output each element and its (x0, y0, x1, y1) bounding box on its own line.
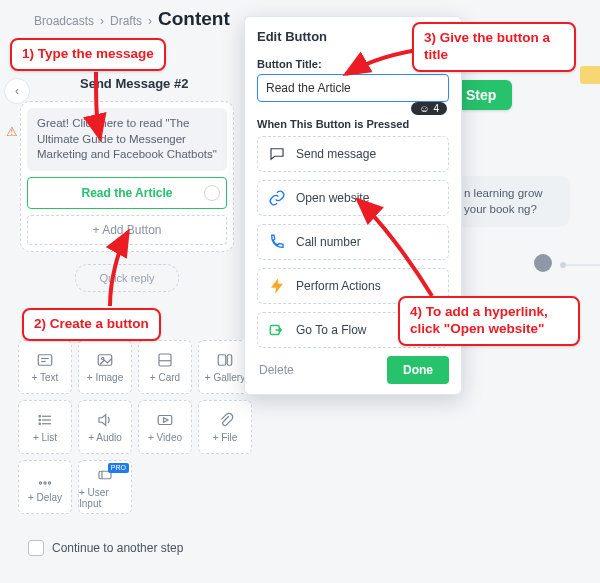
block-palette: + Text + Image + Card + Gallery + List +… (18, 340, 238, 520)
palette-label: + Image (87, 372, 123, 383)
audio-icon (96, 411, 114, 429)
text-icon (36, 351, 54, 369)
annotation-4: 4) To add a hyperlink, click "Open websi… (398, 296, 580, 346)
card-title: Send Message #2 (20, 72, 234, 101)
done-button[interactable]: Done (387, 356, 449, 384)
file-icon (216, 411, 234, 429)
annotation-3: 3) Give the button a title (412, 22, 576, 72)
palette-text[interactable]: + Text (18, 340, 72, 394)
radio-icon (204, 185, 220, 201)
palette-delay[interactable]: + Delay (18, 460, 72, 514)
message-card-wrap: Send Message #2 Great! Click here to rea… (20, 72, 234, 292)
palette-label: + Text (32, 372, 59, 383)
palette-user-input[interactable]: PRO+ User Input (78, 460, 132, 514)
send-node-icon[interactable] (534, 254, 552, 272)
opt-label: Open website (296, 191, 369, 205)
canvas-bubble: n learning grow your book ng? (452, 176, 570, 227)
opt-send-message[interactable]: Send message (257, 136, 449, 172)
message-text[interactable]: Great! Click here to read "The Ultimate … (27, 108, 227, 171)
message-button[interactable]: Read the Article (27, 177, 227, 209)
crumb-broadcasts[interactable]: Broadcasts (34, 14, 94, 28)
palette-card[interactable]: + Card (138, 340, 192, 394)
svg-rect-16 (158, 416, 172, 425)
svg-point-20 (48, 482, 50, 484)
checkbox-icon[interactable] (28, 540, 44, 556)
palette-label: + File (213, 432, 238, 443)
chat-icon (268, 145, 286, 163)
smile-icon: ☺ (419, 103, 429, 114)
continue-row[interactable]: Continue to another step (28, 540, 183, 556)
opt-label: Call number (296, 235, 361, 249)
opt-label: Go To a Flow (296, 323, 366, 337)
link-icon (268, 189, 286, 207)
svg-point-13 (39, 419, 41, 421)
opt-call-number[interactable]: Call number (257, 224, 449, 260)
flow-icon (268, 321, 286, 339)
step-label: Step (466, 87, 496, 103)
crumb-current: Content (158, 8, 230, 30)
svg-point-4 (102, 357, 104, 359)
palette-label: + Card (150, 372, 180, 383)
svg-rect-5 (159, 354, 171, 366)
delete-button[interactable]: Delete (257, 359, 296, 381)
opt-open-website[interactable]: Open website (257, 180, 449, 216)
emoji-counter[interactable]: ☺ 4 (411, 102, 447, 115)
svg-marker-15 (99, 415, 106, 426)
gallery-icon (216, 351, 234, 369)
palette-video[interactable]: + Video (138, 400, 192, 454)
palette-image[interactable]: + Image (78, 340, 132, 394)
palette-label: + List (33, 432, 57, 443)
connector-line (566, 264, 600, 266)
add-button[interactable]: + Add Button (27, 215, 227, 245)
emoji-count: 4 (433, 103, 439, 114)
palette-file[interactable]: + File (198, 400, 252, 454)
palette-label: + Gallery (205, 372, 245, 383)
phone-icon (268, 233, 286, 251)
message-card[interactable]: Great! Click here to read "The Ultimate … (20, 101, 234, 252)
palette-label: + Delay (28, 492, 62, 503)
image-icon (96, 351, 114, 369)
note-peek (580, 66, 600, 84)
opt-label: Send message (296, 147, 376, 161)
chevron-right-icon: › (100, 14, 104, 28)
svg-point-19 (44, 482, 46, 484)
bolt-icon (268, 277, 286, 295)
delay-icon (36, 471, 54, 489)
warning-icon: ⚠ (6, 124, 18, 139)
continue-label: Continue to another step (52, 541, 183, 555)
svg-point-14 (39, 423, 41, 425)
palette-label: + Video (148, 432, 182, 443)
svg-rect-7 (218, 355, 226, 366)
svg-point-12 (39, 416, 41, 418)
palette-audio[interactable]: + Audio (78, 400, 132, 454)
card-icon (156, 351, 174, 369)
pro-badge: PRO (108, 463, 129, 473)
chevron-right-icon: › (148, 14, 152, 28)
svg-rect-0 (38, 355, 52, 366)
palette-list[interactable]: + List (18, 400, 72, 454)
palette-label: + User Input (79, 487, 131, 509)
svg-marker-17 (164, 418, 169, 423)
message-button-label: Read the Article (82, 186, 173, 200)
panel-section: When This Button is Pressed (257, 118, 449, 130)
svg-marker-23 (272, 279, 283, 292)
crumb-drafts[interactable]: Drafts (110, 14, 142, 28)
annotation-2: 2) Create a button (22, 308, 161, 341)
opt-label: Perform Actions (296, 279, 381, 293)
chevron-left-icon: ‹ (15, 84, 19, 98)
list-icon (36, 411, 54, 429)
button-title-input[interactable] (257, 74, 449, 102)
video-icon (156, 411, 174, 429)
quick-reply-button[interactable]: Quick reply (75, 264, 179, 292)
palette-label: + Audio (88, 432, 122, 443)
annotation-1: 1) Type the message (10, 38, 166, 71)
svg-point-18 (39, 482, 41, 484)
svg-rect-8 (227, 355, 232, 366)
